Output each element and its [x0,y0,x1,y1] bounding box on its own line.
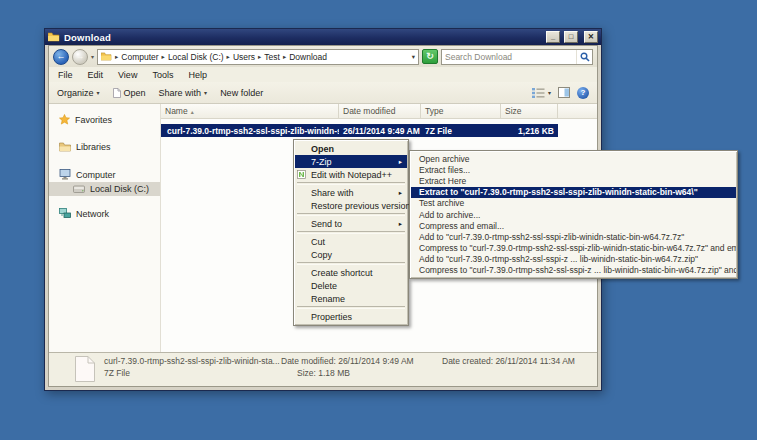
minimize-button[interactable]: _ [546,31,560,43]
views-button[interactable]: ▾ [532,88,551,98]
sidebar-item-favorites[interactable]: Favorites [49,112,160,127]
close-button[interactable]: ✕ [584,31,598,43]
navigation-pane: Favorites Libraries Computer Local Disk … [49,104,161,352]
submenu-item-extract-files[interactable]: Extract files... [411,164,736,175]
address-bar: ← → ▾ ▸ Computer ▸ Local Disk (C:) ▸ Use… [49,46,597,67]
new-folder-button[interactable]: New folder [220,88,263,98]
submenu-item-add-to-archive[interactable]: Add to archive... [411,209,736,220]
details-date-created: Date created: 26/11/2014 11:34 AM [442,356,575,366]
menu-view[interactable]: View [118,70,137,80]
open-label: Open [124,88,146,98]
preview-pane-button[interactable] [558,87,570,98]
breadcrumb-separator-icon[interactable]: ▸ [283,53,286,61]
breadcrumb-item-download[interactable]: Download [289,52,327,62]
breadcrumb[interactable]: ▸ Computer ▸ Local Disk (C:) ▸ Users ▸ T… [97,49,419,65]
context-menu-item-share-with[interactable]: Share with ▸ [295,186,407,199]
help-icon[interactable]: ? [577,87,589,99]
back-button[interactable]: ← [53,49,69,65]
network-icon [59,208,71,219]
column-header-date-modified[interactable]: Date modified [339,104,421,118]
context-menu: Open 7-Zip ▸ Edit with Notepad++ Share w… [293,139,409,326]
refresh-button[interactable]: ↻ [422,49,438,64]
context-menu-item-properties[interactable]: Properties [295,310,407,323]
sidebar-label: Libraries [76,142,111,152]
context-menu-item-delete[interactable]: Delete [295,279,407,292]
submenu-item-test-archive[interactable]: Test archive [411,198,736,209]
context-menu-item-send-to[interactable]: Send to ▸ [295,217,407,230]
breadcrumb-item-local-disk[interactable]: Local Disk (C:) [168,52,224,62]
submenu-item-open-archive[interactable]: Open archive [411,153,736,164]
folder-icon [48,32,60,42]
menu-file[interactable]: File [58,70,73,80]
submenu-item-compress-and-email[interactable]: Compress and email... [411,220,736,231]
menu-help[interactable]: Help [188,70,207,80]
column-header-size[interactable]: Size [501,104,558,118]
open-button[interactable]: Open [113,88,146,98]
sidebar-label: Computer [76,170,116,180]
details-right-column: Date created: 26/11/2014 11:34 AM [442,356,575,366]
sidebar-spacer [49,196,160,206]
chevron-down-icon: ▾ [548,89,551,96]
disk-icon [73,185,85,194]
organize-button[interactable]: Organize ▾ [57,88,100,98]
context-menu-item-edit-with-notepadpp[interactable]: Edit with Notepad++ [295,168,407,181]
menu-item-label: Edit with Notepad++ [311,170,392,180]
maximize-button[interactable]: □ [564,31,578,43]
breadcrumb-separator-icon[interactable]: ▸ [227,53,230,61]
recent-pages-chevron-icon[interactable]: ▾ [91,53,94,60]
preview-pane-icon [558,87,570,98]
menu-tools[interactable]: Tools [152,70,173,80]
details-file-type: 7Z File [104,368,272,378]
context-menu-item-rename[interactable]: Rename [295,292,407,305]
file-name-cell: curl-7.39.0-rtmp-ssh2-ssl-sspi-zlib-wini… [161,126,339,136]
sidebar-item-network[interactable]: Network [49,206,160,221]
breadcrumb-item-users[interactable]: Users [233,52,255,62]
submenu-item-extract-here[interactable]: Extract Here [411,175,736,186]
breadcrumb-item-computer[interactable]: Computer [121,52,158,62]
submenu-item-compress-to-7z-email[interactable]: Compress to "curl-7.39.0-rtmp-ssh2-ssl-s… [411,243,736,254]
details-pane: curl-7.39.0-rtmp-ssh2-ssl-sspi-zlib-wini… [49,352,597,386]
chevron-down-icon: ▾ [204,89,207,96]
file-row-selected[interactable]: curl-7.39.0-rtmp-ssh2-ssl-sspi-zlib-wini… [161,124,558,137]
menu-edit[interactable]: Edit [88,70,104,80]
details-middle-column: Date modified: 26/11/2014 9:49 AM Size: … [281,356,433,378]
window-title: Download [64,32,542,43]
breadcrumb-separator-icon[interactable]: ▸ [115,53,118,61]
search-input[interactable] [442,52,576,62]
file-name: curl-7.39.0-rtmp-ssh2-ssl-sspi-zlib-wini… [167,126,339,136]
column-label: Type [425,106,443,116]
context-menu-item-restore-previous-versions[interactable]: Restore previous versions [295,199,407,212]
share-with-button[interactable]: Share with ▾ [159,88,208,98]
submenu-item-extract-to[interactable]: Extract to "curl-7.39.0-rtmp-ssh2-ssl-ss… [411,187,736,198]
column-headers: Name ▴ Date modified Type Size [161,104,597,119]
address-dropdown-icon[interactable]: ▾ [412,53,415,61]
menu-separator [297,306,405,309]
breadcrumb-separator-icon[interactable]: ▸ [162,53,165,61]
menu-item-label: Share with [311,188,354,198]
context-menu-item-7zip[interactable]: 7-Zip ▸ [295,155,407,168]
context-menu-item-open[interactable]: Open [295,142,407,155]
column-header-type[interactable]: Type [421,104,501,118]
column-header-name[interactable]: Name ▴ [161,104,339,118]
column-label: Name [165,106,188,116]
context-menu-item-copy[interactable]: Copy [295,248,407,261]
column-label: Date modified [343,106,395,116]
submenu-item-add-to-zip[interactable]: Add to "curl-7.39.0-rtmp-ssh2-ssl-sspi-z… [411,254,736,265]
sidebar-item-local-disk[interactable]: Local Disk (C:) [49,182,160,196]
titlebar[interactable]: Download _ □ ✕ [45,29,601,45]
search-icon[interactable] [576,50,592,64]
chevron-down-icon: ▾ [97,89,100,96]
sidebar-label: Network [76,209,109,219]
submenu-item-add-to-7z[interactable]: Add to "curl-7.39.0-rtmp-ssh2-ssl-sspi-z… [411,231,736,242]
context-menu-item-create-shortcut[interactable]: Create shortcut [295,266,407,279]
context-menu-item-cut[interactable]: Cut [295,235,407,248]
sidebar-item-computer[interactable]: Computer [49,167,160,182]
submenu-item-compress-to-zip-email[interactable]: Compress to "curl-7.39.0-rtmp-ssh2-ssl-s… [411,265,736,276]
menu-item-label: 7-Zip [311,157,332,167]
details-date-modified: Date modified: 26/11/2014 9:49 AM [281,356,433,366]
menu-bar: File Edit View Tools Help [49,67,597,82]
breadcrumb-separator-icon[interactable]: ▸ [258,53,261,61]
forward-button[interactable]: → [72,49,88,65]
sidebar-item-libraries[interactable]: Libraries [49,140,160,154]
breadcrumb-item-test[interactable]: Test [264,52,280,62]
